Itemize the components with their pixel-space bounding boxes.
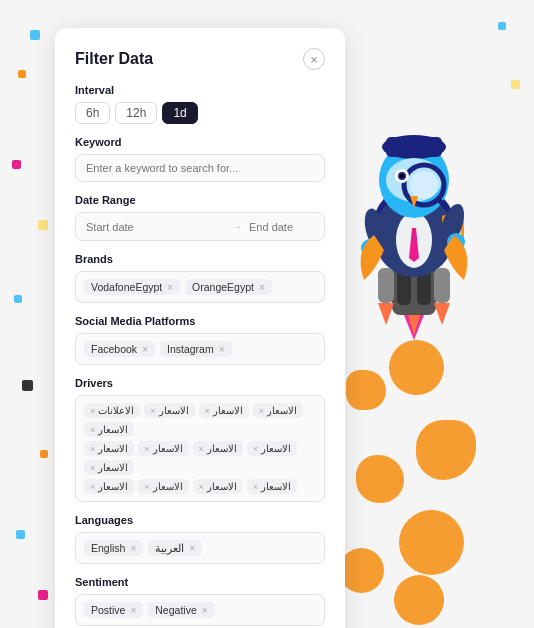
close-button[interactable]: × xyxy=(303,48,325,70)
svg-line-18 xyxy=(439,200,452,214)
svg-point-23 xyxy=(435,201,469,249)
driver-tag-0-4: الاسعار × xyxy=(84,422,134,437)
lang-tag-1-remove[interactable]: × xyxy=(189,543,195,554)
svg-rect-11 xyxy=(386,137,442,157)
driver-remove-1-0[interactable]: × xyxy=(90,444,95,454)
keyword-input[interactable] xyxy=(75,154,325,182)
svg-point-15 xyxy=(395,169,409,183)
social-tag-0-text: Facebook xyxy=(91,343,137,355)
svg-rect-20 xyxy=(442,215,464,243)
brand-tag-0-text: VodafoneEgypt xyxy=(91,281,162,293)
drivers-container: الاعلانات × الاسعار × الاسعار × الاسعار … xyxy=(75,395,325,502)
svg-point-13 xyxy=(404,165,444,205)
svg-point-24 xyxy=(361,239,379,257)
drivers-row-0: الاعلانات × الاسعار × الاسعار × الاسعار … xyxy=(84,403,316,437)
date-range-row: → xyxy=(75,212,325,241)
social-media-label: Social Media Platforms xyxy=(75,315,325,327)
driver-tag-1-3: الاسعار × xyxy=(247,441,297,456)
driver-tag-2-3: الاسعار × xyxy=(247,479,297,494)
svg-marker-28 xyxy=(378,303,394,325)
driver-remove-1-1[interactable]: × xyxy=(144,444,149,454)
svg-point-12 xyxy=(386,158,442,202)
brand-tag-1-text: OrangeEgypt xyxy=(192,281,254,293)
sentiment-tag-0-remove[interactable]: × xyxy=(130,605,136,616)
lang-tag-0-remove[interactable]: × xyxy=(130,543,136,554)
sentiment-tag-0: Postive × xyxy=(84,602,143,618)
svg-point-9 xyxy=(379,142,449,218)
end-date-input[interactable] xyxy=(249,221,387,233)
svg-rect-3 xyxy=(397,265,411,305)
driver-remove-1-3[interactable]: × xyxy=(253,444,258,454)
social-tag-1-text: Instagram xyxy=(167,343,214,355)
driver-remove-2-1[interactable]: × xyxy=(144,482,149,492)
svg-rect-26 xyxy=(378,268,394,303)
start-date-input[interactable] xyxy=(86,221,224,233)
brand-tag-0: VodafoneEgypt × xyxy=(84,279,180,295)
interval-12h[interactable]: 12h xyxy=(115,102,157,124)
interval-1d[interactable]: 1d xyxy=(162,102,197,124)
driver-tag-1-1: الاسعار × xyxy=(138,441,188,456)
driver-remove-2-0[interactable]: × xyxy=(90,482,95,492)
svg-point-10 xyxy=(382,135,446,159)
svg-point-16 xyxy=(398,172,406,180)
drivers-label: Drivers xyxy=(75,377,325,389)
languages-container: English × العربية × xyxy=(75,532,325,564)
driver-remove-2-2[interactable]: × xyxy=(199,482,204,492)
social-tag-0-remove[interactable]: × xyxy=(142,344,148,355)
driver-remove-0-0[interactable]: × xyxy=(90,406,95,416)
svg-marker-19 xyxy=(410,196,418,208)
brand-tag-1-remove[interactable]: × xyxy=(259,282,265,293)
date-range-label: Date Range xyxy=(75,194,325,206)
lang-tag-0-text: English xyxy=(91,542,125,554)
svg-rect-27 xyxy=(434,268,450,303)
driver-tag-0-0: الاعلانات × xyxy=(84,403,140,418)
svg-marker-29 xyxy=(434,303,450,325)
interval-label: Interval xyxy=(75,84,325,96)
drivers-row-2: الاسعار × الاسعار × الاسعار × الاسعار × xyxy=(84,479,316,494)
svg-rect-4 xyxy=(417,265,431,305)
driver-tag-2-1: الاسعار × xyxy=(138,479,188,494)
sentiment-tag-0-text: Postive xyxy=(91,604,125,616)
driver-tag-2-0: الاسعار × xyxy=(84,479,134,494)
interval-group: 6h 12h 1d xyxy=(75,102,325,124)
sentiment-tag-1-text: Negative xyxy=(155,604,196,616)
driver-tag-0-2: الاسعار × xyxy=(199,403,249,418)
driver-tag-2-2: الاسعار × xyxy=(193,479,243,494)
driver-remove-0-2[interactable]: × xyxy=(205,406,210,416)
lang-tag-0: English × xyxy=(84,540,143,556)
driver-remove-0-1[interactable]: × xyxy=(150,406,155,416)
driver-remove-1-4[interactable]: × xyxy=(90,463,95,473)
svg-point-7 xyxy=(396,212,432,268)
driver-remove-2-3[interactable]: × xyxy=(253,482,258,492)
driver-tag-0-3: الاسعار × xyxy=(253,403,303,418)
sentiment-label: Sentiment xyxy=(75,576,325,588)
brand-tag-0-remove[interactable]: × xyxy=(167,282,173,293)
social-tag-1-remove[interactable]: × xyxy=(219,344,225,355)
card-header: Filter Data × xyxy=(75,48,325,70)
brand-tag-1: OrangeEgypt × xyxy=(185,279,272,295)
driver-remove-0-3[interactable]: × xyxy=(259,406,264,416)
brands-container: VodafoneEgypt × OrangeEgypt × xyxy=(75,271,325,303)
keyword-label: Keyword xyxy=(75,136,325,148)
driver-tag-1-0: الاسعار × xyxy=(84,441,134,456)
svg-point-14 xyxy=(410,171,438,199)
driver-tag-1-2: الاسعار × xyxy=(193,441,243,456)
social-tag-1: Instagram × xyxy=(160,341,232,357)
svg-marker-8 xyxy=(409,228,419,262)
sentiment-container: Postive × Negative × xyxy=(75,594,325,626)
svg-rect-21 xyxy=(445,218,461,238)
drivers-row-1: الاسعار × الاسعار × الاسعار × الاسعار × … xyxy=(84,441,316,475)
lang-tag-1-text: العربية xyxy=(155,542,184,554)
date-arrow-icon: → xyxy=(230,219,243,234)
svg-marker-1 xyxy=(406,308,422,335)
driver-remove-1-2[interactable]: × xyxy=(199,444,204,454)
interval-6h[interactable]: 6h xyxy=(75,102,110,124)
sentiment-tag-1-remove[interactable]: × xyxy=(202,605,208,616)
brands-label: Brands xyxy=(75,253,325,265)
svg-point-17 xyxy=(400,174,404,178)
driver-tag-1-4: الاسعار × xyxy=(84,460,134,475)
sentiment-tag-1: Negative × xyxy=(148,602,214,618)
driver-remove-0-4[interactable]: × xyxy=(90,425,95,435)
lang-tag-1: العربية × xyxy=(148,540,202,556)
driver-tag-0-1: الاسعار × xyxy=(144,403,194,418)
